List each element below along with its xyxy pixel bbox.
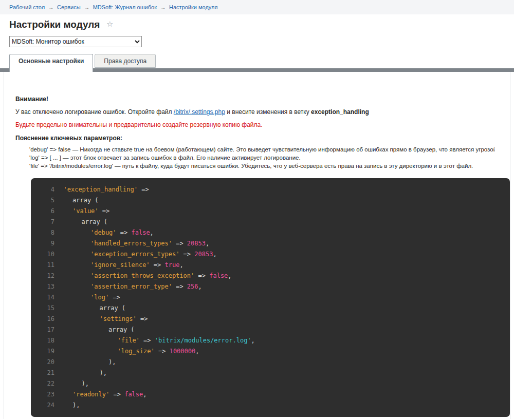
params-list: 'debug' => false — Никогда не ставьте tr… xyxy=(15,146,494,169)
code-line: 17array ( xyxy=(39,324,502,335)
favorite-star-icon[interactable]: ☆ xyxy=(106,20,113,28)
code-text: array ( xyxy=(82,218,108,225)
code-text: 'readonly' => false, xyxy=(72,391,147,398)
code-line: 24), xyxy=(39,400,502,411)
param-bullet: 'file' => '/bitrix/modules/error.log' — … xyxy=(29,162,494,169)
line-number: 21 xyxy=(39,368,54,378)
code-text: 'log_size' => 1000000, xyxy=(118,348,199,355)
line-number: 23 xyxy=(39,389,54,400)
code-line: 7array ( xyxy=(39,217,502,227)
notice-branch-name: exception_handling xyxy=(311,108,369,116)
caution-text: Будьте предельно внимательны и предварит… xyxy=(15,121,494,128)
code-text: array ( xyxy=(100,304,126,312)
param-bullet: 'debug' => false — Никогда не ставьте tr… xyxy=(29,146,494,153)
code-line: 9'handled_errors_types' => 20853, xyxy=(39,238,502,249)
code-text: 'debug' => false, xyxy=(90,229,154,236)
code-text: 'exception_errors_types' => 20853, xyxy=(90,251,217,258)
module-select-row: MDSoft: Монитор ошибок xyxy=(0,34,514,47)
line-number: 22 xyxy=(39,378,54,389)
line-number: 12 xyxy=(39,271,54,281)
settings-panel: Внимание! У вас отключено логирование ош… xyxy=(4,72,510,419)
line-number: 10 xyxy=(39,249,54,260)
line-number: 7 xyxy=(39,217,54,227)
code-text: ), xyxy=(72,402,80,409)
breadcrumb: Рабочий стол→Сервисы→MDSoft: Журнал ошиб… xyxy=(9,4,221,10)
code-text: ), xyxy=(82,380,89,387)
line-number: 11 xyxy=(39,260,54,271)
tab-main-settings[interactable]: Основные настройки xyxy=(9,54,93,72)
line-number: 16 xyxy=(39,314,54,324)
code-line: 14'log' => xyxy=(39,292,502,303)
notice-text-middle: и внесите изменения в ветку xyxy=(225,108,311,116)
line-number: 8 xyxy=(39,227,54,238)
code-text: 'ignore_silence' => true, xyxy=(90,261,183,269)
code-line: 20), xyxy=(39,357,502,368)
notice: Внимание! У вас отключено логирование ош… xyxy=(15,96,494,169)
code-text: 'settings' => xyxy=(100,315,148,322)
breadcrumb-item[interactable]: MDSoft: Журнал ошибок xyxy=(93,4,157,10)
code-line: 8'debug' => false, xyxy=(39,227,502,238)
code-text: ), xyxy=(100,369,107,376)
page-header: Настройки модуля ☆ xyxy=(0,14,514,34)
code-line: 6'value' => xyxy=(39,206,502,217)
breadcrumb-item[interactable]: Рабочий стол xyxy=(9,4,45,10)
line-number: 19 xyxy=(39,346,54,357)
code-line: 21), xyxy=(39,368,502,378)
line-number: 13 xyxy=(39,281,54,292)
breadcrumb-item[interactable]: Настройки модуля xyxy=(169,4,217,10)
code-text: 'assertion_error_type' => 256, xyxy=(90,283,202,290)
code-line: 22), xyxy=(39,378,502,389)
code-text: 'handled_errors_types' => 20853, xyxy=(90,240,209,247)
line-number: 5 xyxy=(39,195,54,206)
line-number: 18 xyxy=(39,335,54,346)
breadcrumb-separator-icon: → xyxy=(160,5,166,10)
code-lines: 4'exception_handling' =>5array (6'value'… xyxy=(39,184,502,411)
breadcrumb-bar: Рабочий стол→Сервисы→MDSoft: Журнал ошиб… xyxy=(0,0,514,14)
tab-access-rights[interactable]: Права доступа xyxy=(95,54,156,68)
code-line: 18'file' => 'bitrix/modules/error.log', xyxy=(39,335,502,346)
line-number: 9 xyxy=(39,238,54,249)
code-line: 19'log_size' => 1000000, xyxy=(39,346,502,357)
line-number: 17 xyxy=(39,324,54,335)
code-line: 4'exception_handling' => xyxy=(39,184,502,195)
code-line: 12'assertion_throws_exception' => false, xyxy=(39,271,502,281)
line-number: 24 xyxy=(39,400,54,411)
settings-file-link[interactable]: /bitrix/.settings.php xyxy=(174,108,225,116)
code-line: 11'ignore_silence' => true, xyxy=(39,260,502,271)
breadcrumb-item[interactable]: Сервисы xyxy=(57,4,81,10)
code-text: array ( xyxy=(72,197,99,204)
param-bullet: 'log' => [ ... ] — этот блок отвечает за… xyxy=(29,154,494,161)
page-title: Настройки модуля xyxy=(9,19,100,30)
line-number: 14 xyxy=(39,292,54,303)
code-text: ), xyxy=(108,358,116,366)
line-number: 6 xyxy=(39,206,54,217)
code-text: 'assertion_throws_exception' => false, xyxy=(90,272,232,279)
code-line: 16'settings' => xyxy=(39,314,502,324)
code-text: 'exception_handling' => xyxy=(64,186,149,193)
code-line: 15array ( xyxy=(39,303,502,314)
notice-text-prefix: У вас отключено логирование ошибок. Откр… xyxy=(15,108,174,116)
line-number: 4 xyxy=(39,184,54,195)
notice-heading: Внимание! xyxy=(15,96,494,103)
params-heading: Пояснение ключевых параметров: xyxy=(15,135,494,142)
code-text: 'value' => xyxy=(72,207,109,215)
module-select[interactable]: MDSoft: Монитор ошибок xyxy=(9,36,142,47)
notice-line: У вас отключено логирование ошибок. Откр… xyxy=(15,108,494,116)
code-line: 10'exception_errors_types' => 20853, xyxy=(39,249,502,260)
line-number: 15 xyxy=(39,303,54,314)
code-line: 13'assertion_error_type' => 256, xyxy=(39,281,502,292)
tabs: Основные настройкиПрава доступа xyxy=(0,54,514,72)
breadcrumb-separator-icon: → xyxy=(48,5,53,10)
breadcrumb-separator-icon: → xyxy=(84,5,89,10)
line-number: 20 xyxy=(39,357,54,368)
code-block: 4'exception_handling' =>5array (6'value'… xyxy=(31,178,510,417)
code-line: 5array ( xyxy=(39,195,502,206)
code-text: array ( xyxy=(108,326,135,333)
code-text: 'log' => xyxy=(90,294,120,301)
code-line: 23'readonly' => false, xyxy=(39,389,502,400)
code-text: 'file' => 'bitrix/modules/error.log', xyxy=(118,337,255,344)
